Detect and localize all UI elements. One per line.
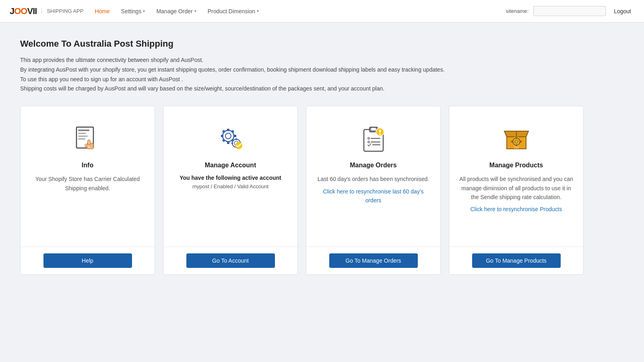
svg-rect-8 — [85, 144, 87, 147]
main-content: Welcome To Australia Post Shipping This … — [0, 23, 604, 291]
welcome-title: Welcome To Australia Post Shipping — [20, 39, 584, 49]
manage-order-chevron-icon: ▾ — [194, 9, 196, 13]
logout-button[interactable]: Logout — [611, 6, 634, 16]
manage-products-card: Manage Products All products will be syn… — [449, 106, 584, 275]
go-to-account-button[interactable]: Go To Account — [186, 253, 275, 268]
account-active-heading: You have the following active account — [180, 175, 281, 181]
svg-rect-14 — [234, 135, 236, 137]
svg-rect-31 — [379, 130, 381, 133]
svg-rect-13 — [221, 135, 223, 137]
svg-rect-3 — [78, 136, 88, 137]
cards-row: Info Your Shopify Store has Carrier Calc… — [20, 106, 584, 275]
svg-rect-18 — [231, 130, 234, 133]
svg-rect-7 — [91, 144, 93, 147]
go-to-manage-orders-button[interactable]: Go To Manage Orders — [329, 253, 418, 268]
resync-orders-link[interactable]: Click here to resynchronise last 60 day'… — [316, 187, 431, 205]
nav-logo: JOOVII — [10, 6, 37, 16]
welcome-line-3: To use this app you need to sign up for … — [20, 75, 584, 84]
navbar: JOOVII SHIPPING APP Home Settings ▾ Mana… — [0, 0, 644, 23]
svg-rect-22 — [235, 138, 237, 140]
help-button[interactable]: Help — [43, 253, 132, 268]
manage-products-card-text: All products will be synchronised and yo… — [459, 175, 574, 202]
manage-products-card-footer: Go To Manage Products — [449, 247, 583, 274]
svg-rect-2 — [78, 133, 86, 134]
svg-rect-1 — [78, 130, 89, 131]
info-card-title: Info — [82, 162, 93, 169]
welcome-line-1: This app provides the ultimate connectiv… — [20, 56, 584, 65]
manage-orders-card-footer: Go To Manage Orders — [306, 247, 440, 274]
nav-link-home[interactable]: Home — [90, 6, 114, 17]
nav-right: sitename: Logout — [506, 6, 634, 16]
svg-rect-15 — [222, 130, 225, 133]
nav-app-label: SHIPPING APP — [41, 8, 83, 14]
manage-orders-card-text: Last 60 day's orders has been synchronis… — [318, 175, 429, 183]
product-dimension-chevron-icon: ▾ — [257, 9, 259, 13]
manage-account-card-body: Manage Account You have the following ac… — [163, 106, 297, 247]
info-card-text: Your Shopify Store has Carrier Calculate… — [30, 175, 145, 193]
go-to-manage-products-button[interactable]: Go To Manage Products — [472, 253, 561, 268]
manage-orders-icon — [357, 122, 390, 154]
nav-link-product-dimension[interactable]: Product Dimension ▾ — [203, 6, 264, 17]
info-icon — [72, 122, 104, 154]
svg-rect-24 — [231, 142, 233, 144]
info-card-body: Info Your Shopify Store has Carrier Calc… — [21, 106, 155, 247]
manage-products-icon — [500, 122, 533, 154]
resync-products-link[interactable]: Click here to resynchronise Products — [471, 205, 562, 214]
manage-orders-card-body: Manage Orders Last 60 day's orders has b… — [306, 106, 440, 247]
svg-rect-6 — [88, 140, 90, 145]
manage-orders-card: Manage Orders Last 60 day's orders has b… — [306, 106, 441, 275]
manage-account-card: Manage Account You have the following ac… — [163, 106, 298, 275]
manage-products-card-body: Manage Products All products will be syn… — [449, 106, 583, 247]
settings-chevron-icon: ▾ — [143, 9, 145, 13]
svg-rect-29 — [371, 128, 376, 130]
manage-account-card-footer: Go To Account — [163, 247, 297, 274]
info-card-footer: Help — [21, 247, 155, 274]
nav-link-settings[interactable]: Settings ▾ — [116, 6, 150, 17]
nav-link-manage-order[interactable]: Manage Order ▾ — [151, 6, 201, 17]
account-detail: mypost / Enabled / Valid Account — [192, 183, 268, 189]
sitename-label: sitename: — [506, 8, 528, 14]
svg-point-10 — [225, 133, 231, 139]
svg-rect-43 — [511, 141, 513, 142]
svg-rect-32 — [379, 134, 381, 135]
svg-rect-41 — [516, 137, 517, 139]
svg-rect-4 — [78, 138, 85, 140]
svg-rect-44 — [520, 141, 522, 142]
svg-rect-12 — [227, 142, 229, 144]
nav-brand: JOOVII SHIPPING APP — [10, 6, 83, 16]
manage-orders-card-title: Manage Orders — [350, 162, 396, 169]
welcome-description: This app provides the ultimate connectiv… — [20, 56, 584, 94]
svg-rect-17 — [222, 139, 225, 142]
manage-account-icon — [215, 122, 247, 154]
info-card: Info Your Shopify Store has Carrier Calc… — [20, 106, 155, 275]
welcome-line-2: By integrating AusPost with your shopify… — [20, 65, 584, 75]
sitename-input[interactable] — [533, 6, 606, 16]
svg-rect-11 — [227, 129, 229, 131]
manage-products-card-title: Manage Products — [489, 162, 543, 169]
manage-account-card-title: Manage Account — [205, 162, 256, 169]
nav-links: Home Settings ▾ Manage Order ▾ Product D… — [90, 6, 502, 17]
welcome-line-4: Shipping costs will be charged by AusPos… — [20, 84, 584, 94]
svg-rect-42 — [516, 144, 517, 146]
